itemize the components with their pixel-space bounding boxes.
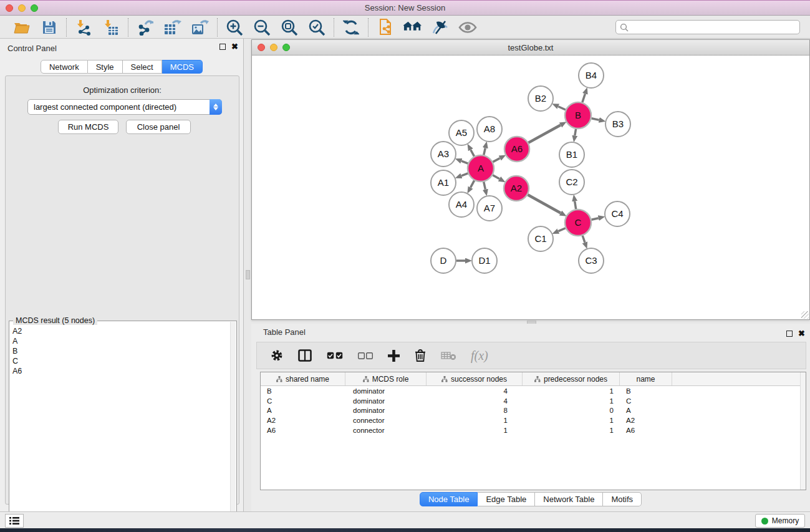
edge-C-C3[interactable] — [582, 236, 585, 243]
open-folder-icon[interactable] — [12, 19, 31, 36]
edge-A-A4[interactable] — [471, 180, 475, 187]
home-icon[interactable] — [403, 19, 422, 36]
table-cell[interactable]: dominator — [345, 386, 427, 396]
tab-network[interactable]: Network — [41, 60, 88, 74]
edge-A-A8[interactable] — [484, 148, 486, 155]
result-item[interactable]: A2 — [11, 326, 230, 336]
save-icon[interactable] — [40, 19, 59, 36]
column-header-predecessor-nodes[interactable]: predecessor nodes — [523, 372, 620, 385]
result-item[interactable]: A6 — [11, 366, 230, 376]
tab-network-table[interactable]: Network Table — [535, 492, 603, 506]
table-cell[interactable]: 1 — [523, 386, 620, 396]
table-cell[interactable]: connector — [345, 425, 427, 435]
import-table-icon[interactable] — [102, 19, 120, 36]
table-body[interactable]: Bdominator41BCdominator41CAdominator80AA… — [261, 386, 806, 435]
zoom-out-icon[interactable] — [253, 19, 271, 36]
table-cell[interactable]: B — [620, 386, 672, 396]
float-table-panel-icon[interactable] — [786, 331, 793, 337]
edge-A-A7[interactable] — [484, 181, 486, 189]
table-cell[interactable]: connector — [345, 415, 427, 425]
edge-C-C4[interactable] — [591, 218, 598, 220]
table-cell[interactable]: A2 — [261, 415, 345, 425]
edge-A2-C[interactable] — [528, 195, 561, 213]
table-cell[interactable]: C — [261, 396, 345, 406]
gear-icon[interactable] — [271, 349, 283, 362]
edge-C-C2[interactable] — [575, 201, 576, 210]
table-row[interactable]: A2connector11A2 — [261, 415, 806, 425]
zoom-selected-icon[interactable] — [307, 19, 326, 36]
table-cell[interactable]: 1 — [523, 415, 620, 425]
edge-A-A1[interactable] — [461, 173, 468, 176]
result-scrollbar[interactable] — [230, 322, 236, 532]
table-cell[interactable]: 4 — [427, 396, 523, 406]
function-builder-icon[interactable]: f(x) — [471, 349, 488, 363]
show-icon[interactable] — [458, 19, 477, 36]
table-cell[interactable]: A6 — [620, 425, 672, 435]
table-scrollbar[interactable] — [800, 372, 806, 490]
tab-edge-table[interactable]: Edge Table — [478, 492, 535, 506]
result-item[interactable]: B — [11, 346, 230, 356]
zoom-fit-icon[interactable] — [280, 19, 299, 36]
network-canvas[interactable]: B4B2BB3B1C2A5A8A6A3AA1A2A4A7CC4C1C3DD1 — [253, 56, 809, 319]
table-cell[interactable]: A — [261, 405, 345, 415]
table-cell[interactable]: A6 — [261, 425, 345, 435]
search-input[interactable] — [615, 20, 800, 34]
mcds-result-list[interactable]: A2ABCA6 — [11, 326, 230, 532]
network-document-icon[interactable] — [376, 19, 395, 36]
window-resize-grip[interactable] — [801, 311, 809, 319]
import-network-icon[interactable] — [74, 19, 93, 36]
tab-mcds[interactable]: MCDS — [162, 60, 203, 74]
table-cell[interactable]: C — [620, 396, 672, 406]
table-cell[interactable]: A2 — [620, 415, 672, 425]
refresh-icon[interactable] — [342, 19, 360, 36]
table-row[interactable]: Adominator80A — [261, 405, 806, 415]
table-cell[interactable]: 8 — [427, 405, 523, 415]
close-table-panel-icon[interactable]: ✖ — [798, 331, 805, 337]
hide-icon[interactable] — [431, 19, 450, 36]
table-row[interactable]: A6connector11A6 — [261, 425, 806, 435]
table-cell[interactable]: 1 — [427, 415, 523, 425]
export-image-icon[interactable] — [191, 19, 210, 36]
edge-A-A3[interactable] — [461, 161, 468, 163]
result-item[interactable]: C — [11, 356, 230, 366]
tab-select[interactable]: Select — [123, 60, 162, 74]
memory-button[interactable]: Memory — [755, 514, 805, 528]
table-cell[interactable]: 1 — [427, 425, 523, 435]
table-cell[interactable]: 1 — [523, 425, 620, 435]
task-history-button[interactable] — [5, 514, 24, 528]
export-table-icon[interactable] — [163, 19, 182, 36]
table-cell[interactable]: 4 — [427, 386, 523, 396]
edge-A6-B[interactable] — [528, 125, 561, 142]
column-header-shared-name[interactable]: shared name — [261, 372, 345, 385]
edge-A-A2[interactable] — [493, 175, 499, 179]
table-cell[interactable]: A — [620, 405, 672, 415]
tab-node-table[interactable]: Node Table — [420, 492, 478, 506]
add-column-icon[interactable] — [388, 350, 400, 362]
column-header-name[interactable]: name — [620, 372, 672, 385]
vertical-splitter-handle[interactable] — [246, 270, 250, 279]
edge-A-A6[interactable] — [493, 158, 499, 162]
table-cell[interactable]: B — [261, 386, 345, 396]
table-cell[interactable]: 0 — [523, 405, 620, 415]
optimization-criterion-select[interactable]: largest connected component (directed) — [27, 99, 222, 115]
network-window-titlebar[interactable]: testGlobe.txt — [252, 40, 809, 56]
edge-B-B2[interactable] — [558, 107, 566, 110]
edge-A-A5[interactable] — [471, 150, 475, 156]
run-mcds-button[interactable]: Run MCDS — [58, 120, 118, 134]
table-row[interactable]: Bdominator41B — [261, 386, 806, 396]
tab-motifs[interactable]: Motifs — [603, 492, 642, 506]
close-panel-button[interactable]: Close panel — [126, 120, 191, 134]
edge-B-B4[interactable] — [582, 94, 585, 102]
export-network-icon[interactable] — [136, 19, 155, 36]
float-panel-icon[interactable] — [219, 44, 226, 50]
result-item[interactable]: A — [11, 336, 230, 346]
column-header-successor-nodes[interactable]: successor nodes — [427, 372, 523, 385]
edge-B-B3[interactable] — [591, 118, 599, 120]
tab-style[interactable]: Style — [88, 60, 123, 74]
delete-table-icon[interactable] — [441, 351, 456, 360]
table-cell[interactable]: dominator — [345, 405, 427, 415]
zoom-in-icon[interactable] — [225, 19, 244, 36]
split-columns-icon[interactable] — [298, 349, 312, 362]
delete-icon[interactable] — [415, 349, 426, 362]
table-row[interactable]: Cdominator41C — [261, 396, 806, 406]
